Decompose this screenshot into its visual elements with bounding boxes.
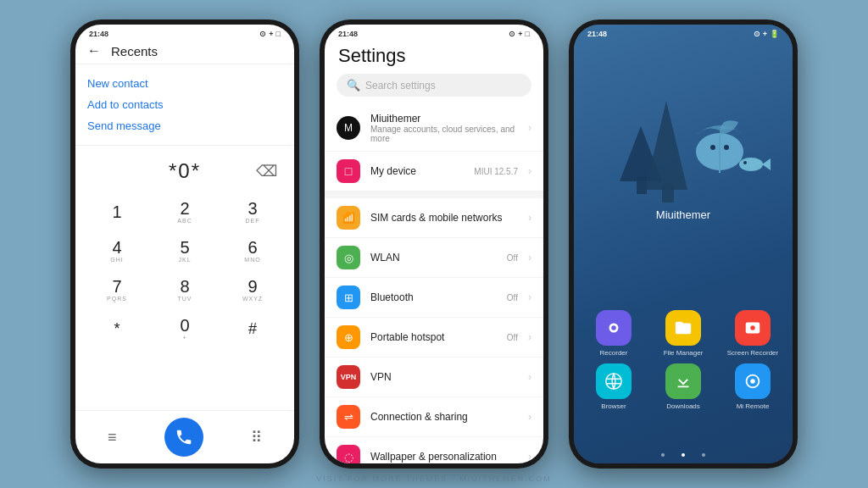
watermark: VISIT FOR MORE THEMES - MIUITHEMER.COM [0, 474, 868, 483]
vpn-icon: VPN [337, 365, 360, 389]
svg-marker-2 [645, 101, 687, 190]
grid-icon[interactable]: ⠿ [251, 428, 262, 446]
new-contact-link[interactable]: New contact [87, 73, 282, 94]
phone-settings: 21:48 ⊙+□ Settings 🔍 Search settings M M… [320, 19, 548, 469]
app-row-2: Browser Downloads Mi Remote [582, 363, 784, 410]
nav-dot-3[interactable] [702, 453, 705, 457]
status-icons-1: ⊙+□ [259, 30, 281, 38]
keypad: 1 2ABC 3DEF 4GHI 5JKL 6MNO 7PQRS 8TUV 9W… [75, 190, 294, 351]
svg-point-7 [739, 158, 763, 171]
backspace-icon[interactable]: ⌫ [256, 162, 277, 180]
browser-label: Browser [601, 402, 626, 410]
app-browser[interactable]: Browser [582, 363, 645, 410]
search-icon: 🔍 [347, 79, 360, 92]
home-illustration [594, 50, 772, 215]
account-chevron-icon: › [528, 122, 531, 134]
key-2[interactable]: 2ABC [152, 193, 218, 230]
device-icon: □ [337, 159, 360, 183]
recorder-icon [596, 310, 632, 346]
settings-item-account[interactable]: M Miuithemer Manage accounts, cloud serv… [325, 105, 543, 152]
wlan-icon: ◎ [337, 246, 360, 269]
bluetooth-icon: ⊞ [337, 286, 360, 309]
account-text: Miuithemer Manage accounts, cloud servic… [370, 113, 518, 143]
mi-remote-icon [735, 363, 771, 399]
svg-point-5 [710, 145, 715, 150]
dialer-bottom-bar: ≡ ⠿ [75, 410, 294, 463]
device-text: My device [370, 165, 464, 177]
key-8[interactable]: 8TUV [152, 271, 218, 308]
svg-point-14 [750, 325, 755, 330]
key-4[interactable]: 4GHI [84, 232, 150, 269]
search-bar[interactable]: 🔍 Search settings [337, 74, 531, 97]
app-file-manager[interactable]: File Manager [652, 310, 715, 357]
status-bar-3: 21:48 ⊙+🔋 [574, 25, 793, 40]
mi-remote-label: Mi Remote [737, 402, 770, 410]
device-value: MIUI 12.5.7 [474, 167, 518, 176]
status-icons-2: ⊙+□ [509, 30, 530, 38]
wlan-value: Off [507, 253, 518, 263]
call-button[interactable] [164, 418, 203, 457]
app-recorder[interactable]: Recorder [582, 310, 645, 357]
file-manager-icon [665, 310, 701, 346]
settings-item-hotspot[interactable]: ⊕ Portable hotspot Off › [325, 318, 543, 358]
home-app-grid: Recorder File Manager Screen Recorder [582, 310, 784, 417]
key-hash[interactable]: # [220, 310, 286, 347]
phone-icon [175, 428, 193, 446]
device-chevron-icon: › [528, 165, 531, 177]
app-downloads[interactable]: Downloads [652, 363, 715, 410]
settings-item-vpn[interactable]: VPN VPN › [325, 358, 543, 397]
settings-item-wlan[interactable]: ◎ WLAN Off › [325, 238, 543, 278]
sim-chevron-icon: › [528, 212, 531, 224]
status-icons-3: ⊙+🔋 [754, 30, 779, 38]
app-mi-remote[interactable]: Mi Remote [721, 363, 784, 410]
settings-item-sim[interactable]: 📶 SIM cards & mobile networks › [325, 198, 543, 238]
settings-item-device[interactable]: □ My device MIUI 12.5.7 › [325, 152, 543, 191]
wlan-text: WLAN [370, 252, 497, 263]
settings-item-wallpaper[interactable]: ◌ Wallpaper & personalization › [325, 437, 543, 463]
wallpaper-label: Wallpaper & personalization [370, 451, 518, 463]
back-arrow-icon[interactable]: ← [87, 43, 101, 58]
status-bar-1: 21:48 ⊙+□ [75, 25, 294, 40]
key-9[interactable]: 9WXYZ [220, 271, 286, 308]
home-nav-dots [574, 453, 793, 457]
hotspot-value: Off [507, 333, 518, 342]
settings-item-connection[interactable]: ⇌ Connection & sharing › [325, 397, 543, 437]
svg-point-6 [724, 145, 729, 150]
key-3[interactable]: 3DEF [220, 193, 286, 230]
bluetooth-chevron-icon: › [528, 291, 531, 303]
key-0[interactable]: 0+ [152, 310, 218, 347]
downloads-icon [665, 363, 701, 399]
device-label: My device [370, 165, 464, 177]
svg-point-18 [750, 379, 755, 384]
status-time-3: 21:48 [587, 30, 607, 38]
add-to-contacts-link[interactable]: Add to contacts [87, 94, 282, 115]
menu-icon[interactable]: ≡ [108, 429, 117, 446]
account-label: Miuithemer [370, 113, 518, 125]
key-star[interactable]: * [84, 310, 150, 347]
nav-dot-1[interactable] [661, 453, 665, 457]
sim-label: SIM cards & mobile networks [370, 212, 518, 224]
home-user-name: Miuithemer [656, 208, 710, 221]
dialer-header: ← Recents [75, 40, 294, 64]
key-6[interactable]: 6MNO [220, 232, 286, 269]
wallpaper-text: Wallpaper & personalization [370, 451, 518, 463]
connection-label: Connection & sharing [370, 411, 518, 423]
status-bar-2: 21:48 ⊙+□ [325, 25, 543, 40]
bluetooth-value: Off [507, 293, 518, 302]
vpn-text: VPN [370, 371, 518, 383]
key-1[interactable]: 1 [84, 193, 150, 230]
hotspot-text: Portable hotspot [370, 331, 497, 343]
app-row-1: Recorder File Manager Screen Recorder [582, 310, 784, 357]
screen-recorder-label: Screen Recorder [727, 349, 778, 357]
key-7[interactable]: 7PQRS [84, 271, 150, 308]
send-message-link[interactable]: Send message [87, 115, 282, 136]
app-screen-recorder[interactable]: Screen Recorder [721, 310, 784, 357]
key-5[interactable]: 5JKL [152, 232, 218, 269]
dialer-title: Recents [111, 44, 158, 58]
nav-dot-2[interactable] [682, 453, 685, 457]
svg-marker-8 [762, 158, 771, 170]
downloads-label: Downloads [666, 402, 700, 410]
settings-item-bluetooth[interactable]: ⊞ Bluetooth Off › [325, 278, 543, 318]
search-input[interactable]: Search settings [365, 80, 436, 92]
status-time-2: 21:48 [338, 30, 358, 38]
